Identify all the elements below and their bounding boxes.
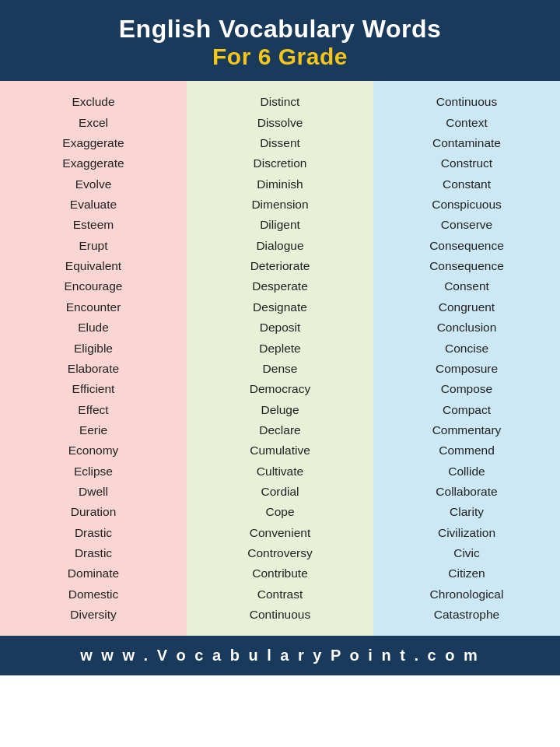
list-item: Discretion xyxy=(254,153,307,174)
list-item: Conspicuous xyxy=(432,195,502,215)
list-item: Civic xyxy=(453,543,480,563)
list-item: Dissolve xyxy=(257,113,303,133)
list-item: Catastrophe xyxy=(434,605,499,625)
list-item: Erupt xyxy=(79,236,107,256)
list-item: Constant xyxy=(443,174,491,195)
list-item: Deluge xyxy=(261,400,299,420)
list-item: Designate xyxy=(253,297,307,317)
list-item: Chronological xyxy=(430,584,504,605)
list-item: Dense xyxy=(263,359,298,379)
list-item: Commentary xyxy=(432,420,502,440)
list-item: Continuous xyxy=(436,92,497,112)
list-item: Consequence xyxy=(429,256,504,276)
list-item: Esteem xyxy=(73,215,114,235)
list-item: Evaluate xyxy=(70,195,117,215)
list-item: Contribute xyxy=(252,563,308,584)
list-item: Dissent xyxy=(260,133,300,153)
list-item: Civilization xyxy=(438,523,495,543)
column-3: ContinuousContextContaminateConstructCon… xyxy=(373,81,560,636)
list-item: Equivalent xyxy=(65,256,121,276)
list-item: Exaggerate xyxy=(62,133,124,153)
list-item: Contrast xyxy=(257,584,303,605)
list-item: Eclipse xyxy=(74,461,113,482)
footer: w w w . V o c a b u l a r y P o i n t . … xyxy=(0,636,560,675)
list-item: Deposit xyxy=(260,317,301,338)
list-item: Excel xyxy=(79,113,108,133)
list-item: Conclusion xyxy=(437,317,497,338)
list-item: Elude xyxy=(78,317,109,338)
list-item: Controversy xyxy=(247,543,313,563)
list-item: Encounter xyxy=(66,297,121,317)
list-item: Cordial xyxy=(261,482,299,502)
content-area: I ♥ VOCABULARY POINT ExcludeExcelExagger… xyxy=(0,81,560,636)
column-2: DistinctDissolveDissentDiscretionDiminis… xyxy=(187,81,373,636)
list-item: Dwell xyxy=(79,482,108,502)
list-item: Conserve xyxy=(441,215,492,235)
page-title-main: English Vocabulary Words xyxy=(16,14,544,44)
list-item: Deplete xyxy=(259,338,300,359)
list-item: Context xyxy=(446,113,487,133)
list-item: Economy xyxy=(68,440,119,461)
list-item: Deteriorate xyxy=(250,256,310,276)
list-item: Drastic xyxy=(75,543,112,563)
list-item: Cultivate xyxy=(257,461,303,482)
list-item: Dimension xyxy=(251,195,308,215)
list-item: Contaminate xyxy=(432,133,501,153)
list-item: Diminish xyxy=(257,174,303,195)
page-title-sub: For 6 Grade xyxy=(16,44,544,70)
header: English Vocabulary Words For 6 Grade xyxy=(0,0,560,81)
list-item: Consent xyxy=(444,276,489,296)
list-item: Effect xyxy=(78,400,108,420)
list-item: Declare xyxy=(259,420,300,440)
list-item: Dominate xyxy=(68,563,119,584)
list-item: Commend xyxy=(439,440,495,461)
list-item: Compose xyxy=(441,379,492,399)
list-item: Clarity xyxy=(450,502,484,522)
list-item: Compact xyxy=(443,400,491,420)
list-item: Cumulative xyxy=(250,440,310,461)
list-item: Desperate xyxy=(252,276,308,296)
list-item: Exclude xyxy=(72,92,114,112)
list-item: Citizen xyxy=(448,563,485,584)
list-item: Collide xyxy=(448,461,485,482)
list-item: Eligible xyxy=(74,338,113,359)
list-item: Diligent xyxy=(260,215,300,235)
list-item: Cope xyxy=(265,502,294,522)
list-item: Concise xyxy=(445,338,488,359)
list-item: Eerie xyxy=(79,420,107,440)
list-item: Construct xyxy=(441,153,492,174)
list-item: Collaborate xyxy=(436,482,497,502)
list-item: Continuous xyxy=(250,605,310,625)
list-item: Convenient xyxy=(250,523,310,543)
list-item: Dialogue xyxy=(256,236,303,256)
list-item: Diversity xyxy=(70,605,116,625)
list-item: Duration xyxy=(71,502,117,522)
column-1: ExcludeExcelExaggerateExaggerateEvolveEv… xyxy=(0,81,187,636)
list-item: Domestic xyxy=(68,584,119,605)
list-item: Exaggerate xyxy=(62,153,124,174)
footer-url: w w w . V o c a b u l a r y P o i n t . … xyxy=(16,647,544,665)
list-item: Composure xyxy=(436,359,498,379)
list-item: Efficient xyxy=(72,379,115,399)
list-item: Democracy xyxy=(250,379,310,399)
list-item: Congruent xyxy=(439,297,495,317)
list-item: Drastic xyxy=(75,523,112,543)
list-item: Elaborate xyxy=(68,359,119,379)
list-item: Encourage xyxy=(65,276,123,296)
list-item: Evolve xyxy=(75,174,112,195)
list-item: Consequence xyxy=(429,236,504,256)
list-item: Distinct xyxy=(261,92,300,112)
